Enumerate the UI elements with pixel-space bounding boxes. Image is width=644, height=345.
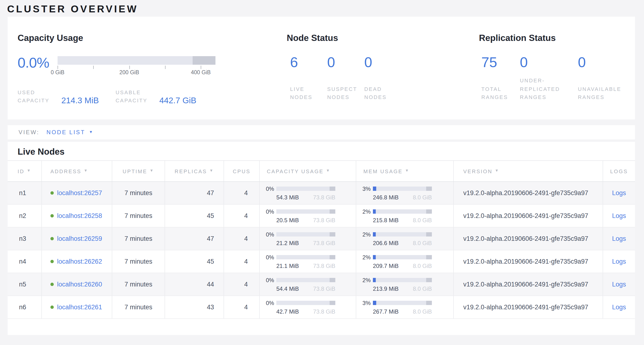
capacity-gauge-bar [58, 56, 216, 65]
usage-total-value: 8.0 GiB [413, 240, 432, 246]
node-capacity-cell: 0%21.1 MiB73.8 GiB [260, 250, 356, 273]
summary-card: Capacity Usage 0.0% 0 GiB200 GiB400 GiB … [8, 17, 635, 119]
node-uptime-cell: 7 minutes [112, 182, 165, 204]
node-address-cell: localhost:26258 [42, 205, 112, 227]
node-logs-cell: Logs [603, 182, 635, 204]
node-address-link[interactable]: localhost:26257 [57, 189, 102, 197]
node-replicas-cell: 47 [165, 227, 224, 250]
node-logs-link[interactable]: Logs [612, 189, 626, 197]
sort-caret-icon: ▼ [150, 168, 154, 173]
usage-bar-dark-segment [426, 209, 432, 214]
node-logs-link[interactable]: Logs [612, 281, 626, 288]
usage-bar-fill [373, 232, 376, 236]
usage-percent-label: 2% [362, 231, 373, 238]
usage-total-value: 73.8 GiB [313, 194, 335, 201]
capacity-usage-title: Capacity Usage [18, 34, 287, 43]
node-cpus-cell: 4 [224, 227, 260, 250]
live-nodes-card: Live Nodes ID▼ADDRESS▼UPTIME▼REPLICAS▼CP… [8, 142, 635, 335]
nodes-table-body: n1localhost:262577 minutes4740%54.3 MiB7… [8, 182, 635, 319]
stat-label: LIVE NODES [290, 85, 322, 101]
node-address-link[interactable]: localhost:26260 [57, 281, 102, 288]
axis-tick [58, 66, 58, 69]
capacity-usage-meter: 0%21.2 MiB73.8 GiB [266, 231, 335, 246]
node-cpus-cell: 4 [224, 250, 260, 273]
usage-total-value: 8.0 GiB [413, 194, 432, 201]
node-address-cell: localhost:26261 [42, 296, 112, 318]
node-uptime-cell: 7 minutes [112, 205, 165, 227]
stat-value: 442.7 GiB [159, 95, 196, 105]
node-replicas-cell: 43 [165, 296, 224, 318]
axis-tick [94, 66, 94, 69]
replication-status-stats: 75TOTAL RANGES0UNDER-REPLICATED RANGES0U… [479, 55, 635, 101]
chevron-down-icon: ▼ [89, 130, 93, 134]
usage-percent-label: 0% [266, 185, 276, 192]
node-address-link[interactable]: localhost:26259 [57, 235, 102, 242]
column-header-version[interactable]: VERSION▼ [454, 161, 603, 181]
usage-used-value: 21.2 MiB [276, 240, 299, 246]
capacity-usage-meter: 0%21.1 MiB73.8 GiB [266, 254, 335, 269]
live-status-dot-icon [50, 305, 54, 309]
usage-percent-label: 2% [362, 277, 373, 283]
summary-stat: 6LIVE NODES [290, 55, 327, 101]
capacity-gauge: 0 GiB200 GiB400 GiB [58, 56, 216, 76]
stat-value: 214.3 MiB [61, 95, 99, 105]
table-row: n4localhost:262627 minutes4540%21.1 MiB7… [8, 250, 635, 273]
stat-value: 0 [578, 55, 635, 69]
node-capacity-cell: 0%20.5 MiB73.8 GiB [260, 205, 356, 227]
node-replicas-cell: 45 [165, 205, 224, 227]
node-logs-link[interactable]: Logs [612, 258, 626, 265]
usage-percent-label: 0% [266, 231, 276, 238]
node-id-cell: n5 [8, 273, 42, 295]
node-capacity-cell: 0%54.3 MiB73.8 GiB [260, 182, 356, 204]
stat-value: 0 [520, 55, 578, 69]
node-logs-link[interactable]: Logs [612, 304, 626, 311]
usage-used-value: 246.8 MiB [373, 194, 398, 201]
view-dropdown[interactable]: NODE LIST ▼ [46, 129, 93, 136]
node-capacity-cell: 0%42.7 MiB73.8 GiB [260, 296, 356, 318]
capacity-usage-meter: 0%42.7 MiB73.8 GiB [266, 299, 335, 315]
node-logs-link[interactable]: Logs [612, 212, 626, 219]
node-replicas-cell: 47 [165, 182, 224, 204]
table-row: n1localhost:262577 minutes4740%54.3 MiB7… [8, 182, 635, 205]
column-header-label: CPUS [233, 168, 251, 174]
usage-percent-label: 0% [266, 299, 276, 306]
node-mem-cell: 2%206.6 MiB8.0 GiB [356, 227, 454, 250]
summary-stat: 0UNDER-REPLICATED RANGES [520, 55, 578, 101]
column-header-id[interactable]: ID▼ [8, 161, 42, 181]
stat-label: USABLE CAPACITY [116, 88, 156, 105]
stat-label: UNAVAILABLE RANGES [578, 85, 623, 101]
node-mem-cell: 3%267.7 MiB8.0 GiB [356, 296, 454, 318]
column-header-label: ADDRESS [50, 168, 81, 174]
usage-total-value: 73.8 GiB [313, 262, 335, 269]
node-mem-cell: 2%209.7 MiB8.0 GiB [356, 250, 454, 273]
mem-usage-meter: 2%213.9 MiB8.0 GiB [362, 277, 432, 292]
node-id-cell: n1 [8, 182, 42, 204]
usage-used-value: 54.4 MiB [276, 285, 299, 292]
node-address-link[interactable]: localhost:26262 [57, 258, 102, 265]
node-address-link[interactable]: localhost:26258 [57, 212, 102, 219]
node-address-link[interactable]: localhost:26261 [57, 304, 102, 311]
usage-bar [276, 255, 335, 259]
stat-label: SUSPECT NODES [327, 85, 358, 101]
node-capacity-cell: 0%21.2 MiB73.8 GiB [260, 227, 356, 250]
usage-used-value: 54.3 MiB [276, 194, 299, 201]
usage-bar [373, 232, 432, 236]
usage-percent-label: 3% [362, 185, 373, 192]
usage-total-value: 8.0 GiB [413, 285, 432, 292]
column-header-uptime[interactable]: UPTIME▼ [112, 161, 165, 181]
table-row: n6localhost:262617 minutes4340%42.7 MiB7… [8, 296, 635, 319]
stat-value: 6 [290, 55, 327, 69]
usage-percent-label: 2% [362, 254, 373, 260]
column-header-label: LOGS [610, 168, 628, 174]
mem-usage-meter: 2%215.8 MiB8.0 GiB [362, 208, 432, 223]
usage-bar [373, 209, 432, 214]
column-header-address[interactable]: ADDRESS▼ [42, 161, 112, 181]
table-row: n5localhost:262607 minutes4440%54.4 MiB7… [8, 273, 635, 296]
node-id-cell: n4 [8, 250, 42, 273]
column-header-replicas[interactable]: REPLICAS▼ [165, 161, 224, 181]
live-status-dot-icon [50, 260, 54, 263]
summary-stat: 0SUSPECT NODES [327, 55, 364, 101]
node-logs-link[interactable]: Logs [612, 235, 626, 242]
column-header-capacity-usage[interactable]: CAPACITY USAGE▼ [260, 161, 356, 181]
column-header-mem-usage[interactable]: MEM USAGE▼ [356, 161, 454, 181]
